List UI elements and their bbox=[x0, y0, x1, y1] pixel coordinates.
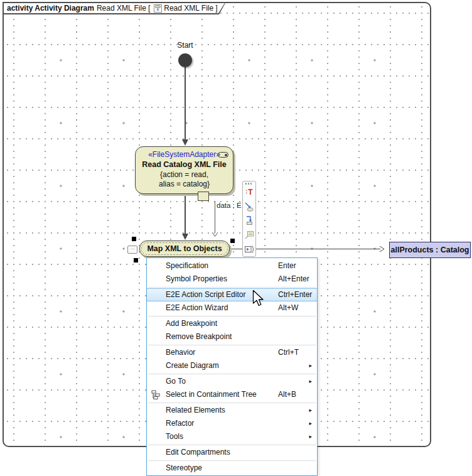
open-arrowhead-icon bbox=[379, 246, 385, 252]
selection-handle[interactable] bbox=[134, 258, 138, 262]
menu-item-shortcut: Enter bbox=[278, 259, 296, 273]
object-node-allproducts[interactable]: allProducts : Catalog bbox=[389, 242, 471, 258]
constraint-line-2: alias = catalog} bbox=[159, 180, 210, 189]
menu-item-label: Specification bbox=[166, 261, 208, 270]
ref-diagram-name: Read XML File bbox=[164, 4, 213, 13]
menu-item-label: Edit Compartments bbox=[166, 448, 230, 457]
menu-item-shortcut: Ctrl+Enter bbox=[278, 289, 312, 301]
menu-item-label: E2E Action Wizard bbox=[166, 303, 228, 312]
menu-separator bbox=[148, 403, 316, 403]
menu-item-create-diagram[interactable]: Create Diagram▸ bbox=[147, 359, 317, 372]
edit-name-button[interactable]: ⋯ bbox=[127, 246, 137, 254]
menu-item-add-breakpoint[interactable]: Add Breakpoint bbox=[147, 317, 317, 330]
submenu-arrow-icon: ▸ bbox=[309, 359, 312, 372]
menu-item-label: Select in Containment Tree bbox=[166, 390, 257, 399]
stereotype-label: «FileSystemAdapter» bbox=[148, 150, 220, 160]
control-flow-start-to-adapter[interactable] bbox=[185, 67, 186, 140]
ref-bracket-close: ] bbox=[215, 4, 217, 13]
constraint-line-1: {action = read, bbox=[160, 170, 208, 180]
menu-item-label: Go To bbox=[166, 377, 186, 386]
submenu-arrow-icon: ▸ bbox=[309, 375, 312, 388]
menu-item-edit-compartments[interactable]: Edit Compartments bbox=[147, 446, 317, 459]
action-name-label: Read Catalog XML File bbox=[142, 160, 227, 170]
menu-item-label: Remove Breakpoint bbox=[166, 332, 232, 341]
output-pin[interactable] bbox=[198, 192, 209, 201]
menu-item-label: Create Diagram bbox=[166, 361, 219, 370]
menu-item-label: Behavior bbox=[166, 348, 195, 357]
mouse-cursor-icon bbox=[252, 289, 264, 308]
menu-item-label: Symbol Properties bbox=[166, 274, 227, 283]
start-node-label: Start bbox=[169, 41, 201, 50]
menu-item-label: Stereotype bbox=[166, 463, 202, 472]
toolbar-grip-icon[interactable] bbox=[245, 183, 253, 185]
menu-separator bbox=[148, 345, 316, 345]
menu-item-label: Related Elements bbox=[166, 406, 225, 414]
selection-handle[interactable] bbox=[230, 239, 235, 243]
menu-separator bbox=[148, 287, 316, 288]
arrowhead-icon bbox=[182, 139, 188, 146]
menu-item-label: E2E Action Script Editor bbox=[166, 290, 245, 299]
menu-item-shortcut: Alt+Enter bbox=[278, 273, 309, 286]
menu-item-label: Refactor bbox=[166, 419, 194, 428]
note-link-icon[interactable] bbox=[243, 228, 255, 242]
menu-item-symbol-properties[interactable]: Symbol PropertiesAlt+Enter bbox=[147, 273, 317, 286]
menu-item-tools[interactable]: Tools▸ bbox=[147, 430, 317, 443]
menu-item-label: Tools bbox=[166, 432, 183, 441]
submenu-arrow-icon: ▸ bbox=[309, 417, 312, 430]
control-flow-adapter-to-map[interactable] bbox=[185, 193, 186, 234]
object-node-label: allProducts : Catalog bbox=[390, 246, 469, 254]
initial-node[interactable] bbox=[178, 53, 192, 67]
activity-diagram-icon bbox=[154, 4, 162, 13]
open-arrowhead-icon bbox=[212, 232, 218, 237]
menu-item-label: Add Breakpoint bbox=[166, 319, 217, 328]
submenu-arrow-icon: ▸ bbox=[309, 404, 312, 417]
rake-indicator-icon bbox=[218, 152, 228, 158]
arrowhead-icon bbox=[182, 234, 188, 240]
menu-item-remove-breakpoint[interactable]: Remove Breakpoint bbox=[147, 330, 317, 343]
menu-item-e2e-action-script-editor[interactable]: E2E Action Script EditorCtrl+Enter bbox=[147, 288, 317, 301]
menu-separator bbox=[148, 460, 316, 461]
action-node-read-catalog[interactable]: «FileSystemAdapter» Read Catalog XML Fil… bbox=[135, 146, 233, 194]
menu-item-stereotype[interactable]: Stereotype bbox=[147, 462, 317, 475]
menu-item-related-elements[interactable]: Related Elements▸ bbox=[147, 404, 317, 417]
menu-item-select-in-containment-tree[interactable]: Select in Containment TreeAlt+B bbox=[147, 388, 317, 401]
app-window: { "header": { "keyword_and_type": "activ… bbox=[0, 0, 472, 476]
menu-separator bbox=[148, 445, 316, 445]
menu-item-shortcut: Alt+B bbox=[278, 388, 296, 401]
menu-item-refactor[interactable]: Refactor▸ bbox=[147, 417, 317, 430]
menu-item-behavior[interactable]: BehaviorCtrl+T bbox=[147, 346, 317, 359]
action-name-label: Map XML to Objects bbox=[147, 244, 222, 253]
diagram-kind-label: activity Activity Diagram bbox=[7, 4, 94, 13]
object-flow-to-node-icon[interactable] bbox=[243, 200, 255, 214]
menu-item-e2e-action-wizard[interactable]: E2E Action WizardAlt+W bbox=[147, 301, 317, 315]
action-node-map-xml[interactable]: Map XML to Objects bbox=[139, 241, 230, 257]
text-label-icon[interactable]: :T bbox=[243, 185, 255, 200]
context-menu: SpecificationEnterSymbol PropertiesAlt+E… bbox=[146, 257, 318, 476]
ref-bracket-open: [ bbox=[148, 4, 150, 13]
menu-item-shortcut: Alt+W bbox=[278, 301, 298, 315]
menu-separator bbox=[148, 374, 316, 374]
object-flow-data[interactable] bbox=[215, 201, 215, 232]
menu-item-go-to[interactable]: Go To▸ bbox=[147, 375, 317, 388]
menu-item-specification[interactable]: SpecificationEnter bbox=[147, 259, 317, 273]
nested-link-icon[interactable] bbox=[243, 242, 255, 256]
submenu-arrow-icon: ▸ bbox=[309, 430, 312, 443]
diagram-name-label: Read XML File bbox=[97, 4, 146, 13]
diagram-header-tab[interactable]: activity Activity Diagram Read XML File … bbox=[3, 2, 226, 14]
object-flow-label: data : E bbox=[217, 202, 242, 209]
menu-item-shortcut: Ctrl+T bbox=[278, 346, 299, 359]
selection-handle[interactable] bbox=[132, 237, 136, 241]
containment-tree-icon bbox=[151, 390, 161, 399]
control-flow-to-action-icon[interactable] bbox=[243, 214, 255, 228]
menu-separator bbox=[148, 316, 316, 316]
smart-manipulator-toolbar[interactable]: :T bbox=[242, 181, 256, 257]
